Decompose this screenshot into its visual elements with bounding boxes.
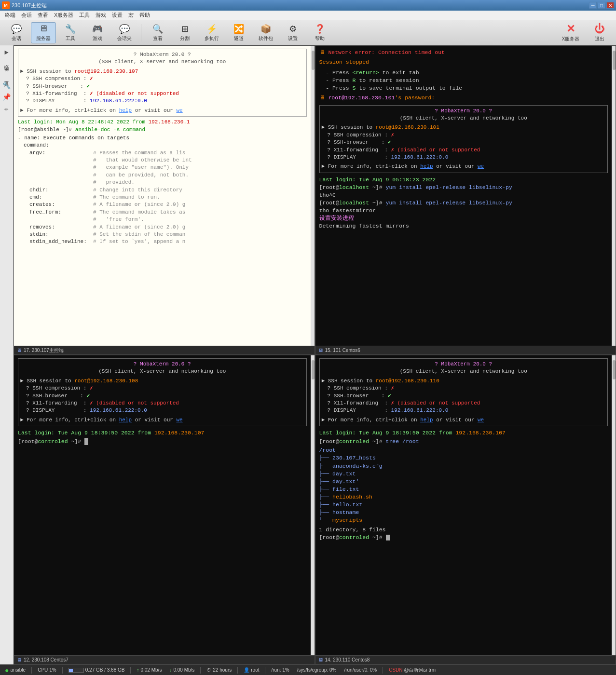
toolbar-multi[interactable]: ⚡ 多执行 [199,22,224,43]
terminal-pane-2[interactable]: 🖥 Network error: Connection timed out Se… [315,45,616,355]
close-button[interactable]: ✕ [606,2,614,9]
toolbar-tools[interactable]: 🔧 工具 [58,22,83,43]
menu-terminal[interactable]: 终端 [2,11,18,20]
sidebar-expand[interactable]: ► [1,47,12,58]
terminals-grid: ? MobaXterm 20.0 ? (SSH client, X-server… [14,45,616,664]
terminal-tabbar-2[interactable]: 🖥 15. 101 Centos6 [315,346,616,354]
xserver-label: X服务器 [562,36,580,42]
we-link-3[interactable]: we [176,417,182,423]
packages-icon: 📦 [259,24,273,34]
statusbar: ● ansible CPU 1% 0.27 GB / 3.68 GB ↑ 0.0… [0,664,616,675]
status-cpu: CPU 1% [36,667,58,673]
status-run2: /run/user/0: 0% [342,667,379,673]
tree-file-4: ├── day.txt' [319,478,608,486]
clock-icon: ⏱ [206,667,211,673]
scrollbar-3[interactable] [311,355,315,655]
terminal-pane-1[interactable]: ? MobaXterm 20.0 ? (SSH client, X-server… [14,45,315,355]
sys-value: /sys/fs/cgroup: 0% [297,667,337,673]
xserver-button[interactable]: ✕ X服务器 [558,22,583,43]
toolbar-view[interactable]: 🔍 查看 [145,22,170,43]
titlebar: M 230.107主控端 ─ □ ✕ [0,0,616,11]
tree-root: /root [319,446,608,454]
menu-help[interactable]: 帮助 [137,11,153,20]
sidebar-pin[interactable]: 📌 [1,92,12,102]
games-icon: 🎮 [91,24,104,34]
exit-icon: ⏻ [593,22,606,36]
doc-output-1: - name: Execute commands on targets comm… [18,135,307,246]
app-icon: M [2,1,10,9]
prompt-3: [root@controled ~]# [18,438,307,446]
toolbar-server[interactable]: 🖥 服务器 [31,22,56,43]
menu-games[interactable]: 游戏 [93,11,109,20]
terminal-content-2[interactable]: 🖥 Network error: Connection timed out Se… [315,46,612,346]
terminal-content-4[interactable]: ? MobaXterm 20.0 ? (SSH client, X-server… [315,355,612,655]
terminal-content-3[interactable]: ? MobaXterm 20.0 ? (SSH client, X-server… [14,355,311,655]
menu-tools[interactable]: 工具 [76,11,93,20]
scrollbar-2[interactable] [612,46,616,346]
sessions-folder-icon: 💬 [118,24,131,34]
scrollbar-4[interactable] [612,355,616,655]
statusbar-sep-6 [265,667,265,674]
user-value: root [251,667,259,673]
maximize-button[interactable]: □ [598,2,605,9]
we-link-1[interactable]: we [176,108,182,113]
menu-macro[interactable]: 宏 [125,11,137,20]
minimize-button[interactable]: ─ [589,2,597,9]
help-link-2[interactable]: help [420,163,433,169]
help-icon: ❓ [313,24,327,34]
cpu-label: CPU [38,667,48,673]
menu-settings[interactable]: 设置 [109,11,125,20]
run-value: /run: 1% [271,667,289,673]
we-link-4[interactable]: we [478,417,484,423]
tools-icon: 🔧 [64,24,77,34]
terminal-pane-3[interactable]: ? MobaXterm 20.0 ? (SSH client, X-server… [14,355,315,664]
tree-summary: 1 directory, 8 files [319,526,608,534]
main-area: ► 会话 ★ 工具 🔧 📌 ✏ ? MobaXterm 20.0 ? (SSH … [0,45,616,664]
toolbar-tunnel[interactable]: 🔀 隧道 [226,22,251,43]
status-user: 👤 root [242,667,261,673]
tools-label: 工具 [66,35,75,42]
tree-file-2: ├── anaconda-ks.cfg [319,462,608,470]
sidebar-tools[interactable]: 🔧 [1,80,12,91]
scrollbar-1[interactable] [311,46,315,346]
terminal-tabbar-3[interactable]: 🖥 12. 230.108 Centos7 [14,655,315,664]
status-run: /run: 1% [269,667,291,673]
statusbar-sep-1 [31,667,32,674]
toolbar-split[interactable]: ⊞ 分割 [172,22,197,43]
status-app-name: ansible [10,667,26,673]
toolbar-games[interactable]: 🎮 游戏 [85,22,110,43]
toolbar-session[interactable]: 💬 会话 [4,22,29,43]
network-error: 🖥 Network error: Connection timed out [319,49,608,56]
exit-label: 退出 [595,36,604,42]
toolbar-settings[interactable]: ⚙ 设置 [280,22,305,43]
upload-value: 0.02 Mb/s [140,667,162,673]
settings-label: 设置 [288,35,298,42]
tab-icon-4: 🖥 [318,657,323,662]
exit-button[interactable]: ⏻ 退出 [587,22,612,43]
sidebar-session-label: 会话 [3,59,10,63]
menu-xserver[interactable]: X服务器 [51,11,76,20]
yum-cmd-1: [root@localhost ~]# yum install epel-rel… [319,184,608,191]
help-link-3[interactable]: help [119,417,132,423]
terminal-tabbar-1[interactable]: 🖥 17. 230.107主控端 [14,346,315,354]
sidebar-edit[interactable]: ✏ [1,103,12,114]
toolbar-help[interactable]: ❓ 帮助 [307,22,332,43]
server-label: 服务器 [36,35,51,42]
we-link-2[interactable]: we [478,163,484,169]
terminal-pane-4[interactable]: ? MobaXterm 20.0 ? (SSH client, X-server… [315,355,616,664]
ssh-ip-1: root@192.168.230.107 [74,68,138,74]
toolbar-packages[interactable]: 📦 软件包 [253,22,278,43]
status-upload: ↑ 0.02 Mb/s [135,667,164,673]
terminal-tabbar-4[interactable]: 🖥 14. 230.110 Centos8 [315,655,616,664]
view-icon: 🔍 [151,24,164,34]
toolbar-right: ✕ X服务器 ⏻ 退出 [558,22,612,43]
help-link-4[interactable]: help [420,417,433,423]
sidebar-star[interactable]: ★ [1,64,12,74]
status-sys: /sys/fs/cgroup: 0% [295,667,339,673]
menu-view[interactable]: 查看 [35,11,51,20]
help-link-1[interactable]: help [119,108,132,113]
time-value: 22 hours [213,667,232,673]
menu-session[interactable]: 会话 [18,11,35,20]
terminal-content-1[interactable]: ? MobaXterm 20.0 ? (SSH client, X-server… [14,46,311,346]
toolbar-sessions-folder[interactable]: 💬 会话夹 [112,22,137,43]
